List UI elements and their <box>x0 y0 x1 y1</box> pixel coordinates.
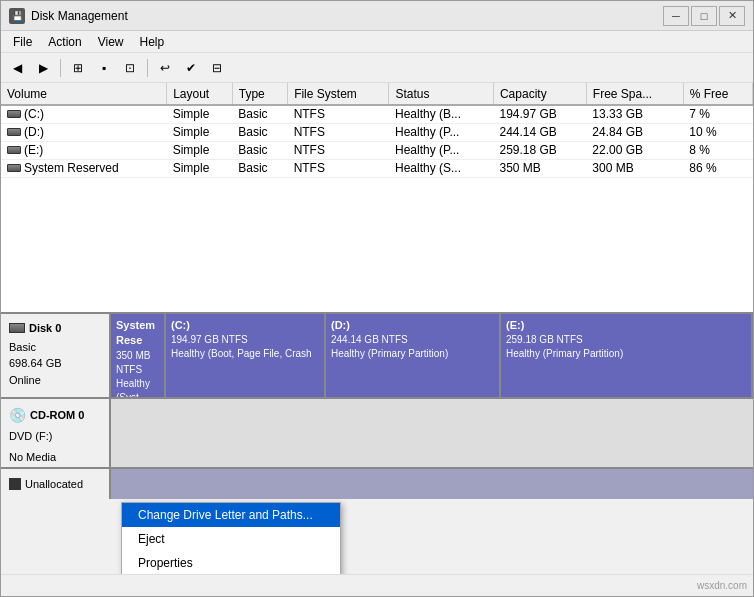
col-free[interactable]: Free Spa... <box>586 83 683 105</box>
unallocated-icon <box>9 478 21 490</box>
cell-capacity: 259.18 GB <box>493 141 586 159</box>
unallocated-text: Unallocated <box>25 478 83 490</box>
cell-layout: Simple <box>167 159 233 177</box>
disk-img <box>7 146 21 154</box>
col-status[interactable]: Status <box>389 83 493 105</box>
partition-e-name: (E:) <box>506 318 746 333</box>
disk0-icon <box>9 323 25 333</box>
cdrom0-label: 💿 CD-ROM 0 DVD (F:) No Media <box>1 399 111 467</box>
unallocated-content <box>111 469 753 499</box>
cdrom0-type: DVD (F:) <box>9 428 101 445</box>
unallocated-row: Unallocated <box>1 469 753 499</box>
toolbar-separator-2 <box>147 59 148 77</box>
cell-volume: System Reserved <box>1 159 167 177</box>
cell-percent: 86 % <box>683 159 752 177</box>
toolbar-forward[interactable]: ▶ <box>31 57 55 79</box>
cdrom0-row: 💿 CD-ROM 0 DVD (F:) No Media Change Driv… <box>1 399 753 469</box>
table-row[interactable]: (E:) Simple Basic NTFS Healthy (P... 259… <box>1 141 753 159</box>
disk-img <box>7 110 21 118</box>
volume-table-body: (C:) Simple Basic NTFS Healthy (B... 194… <box>1 105 753 177</box>
cell-capacity: 350 MB <box>493 159 586 177</box>
cdrom0-status: No Media <box>9 449 101 466</box>
col-filesystem[interactable]: File System <box>288 83 389 105</box>
close-button[interactable]: ✕ <box>719 6 745 26</box>
toolbar-btn-6[interactable]: ⊟ <box>205 57 229 79</box>
context-menu: Change Drive Letter and Paths... Eject P… <box>121 502 341 574</box>
menu-file[interactable]: File <box>5 33 40 51</box>
context-menu-item-properties[interactable]: Properties <box>122 551 340 574</box>
app-icon: 💾 <box>9 8 25 24</box>
disk0-row: Disk 0 Basic 698.64 GB Online System Res… <box>1 314 753 399</box>
cell-fs: NTFS <box>288 159 389 177</box>
volume-icon-sysres: System Reserved <box>7 161 119 175</box>
menu-view[interactable]: View <box>90 33 132 51</box>
cell-percent: 7 % <box>683 105 752 123</box>
partition-c-name: (C:) <box>171 318 319 333</box>
partition-d[interactable]: (D:) 244.14 GB NTFS Healthy (Primary Par… <box>326 314 501 397</box>
cell-layout: Simple <box>167 105 233 123</box>
cell-free: 24.84 GB <box>586 123 683 141</box>
table-header-row: Volume Layout Type File System Status Ca… <box>1 83 753 105</box>
cdrom0-name: CD-ROM 0 <box>30 407 84 424</box>
toolbar-btn-2[interactable]: ▪ <box>92 57 116 79</box>
minimize-button[interactable]: ─ <box>663 6 689 26</box>
cell-status: Healthy (S... <box>389 159 493 177</box>
col-capacity[interactable]: Capacity <box>493 83 586 105</box>
partition-c-health: Healthy (Boot, Page File, Crash <box>171 347 319 361</box>
disk-map-area[interactable]: Disk 0 Basic 698.64 GB Online System Res… <box>1 314 753 574</box>
cell-layout: Simple <box>167 141 233 159</box>
partition-sysreserved-size: 350 MB NTFS <box>116 349 159 377</box>
cell-capacity: 244.14 GB <box>493 123 586 141</box>
cell-volume: (C:) <box>1 105 167 123</box>
cell-status: Healthy (P... <box>389 141 493 159</box>
toolbar-btn-4[interactable]: ↩ <box>153 57 177 79</box>
context-menu-item-eject[interactable]: Eject <box>122 527 340 551</box>
col-layout[interactable]: Layout <box>167 83 233 105</box>
cell-capacity: 194.97 GB <box>493 105 586 123</box>
disk-management-window: 💾 Disk Management ─ □ ✕ File Action View… <box>0 0 754 597</box>
toolbar-btn-5[interactable]: ✔ <box>179 57 203 79</box>
menu-help[interactable]: Help <box>132 33 173 51</box>
disk0-type: Basic <box>9 339 101 356</box>
toolbar-btn-3[interactable]: ⊡ <box>118 57 142 79</box>
partition-d-name: (D:) <box>331 318 494 333</box>
col-volume[interactable]: Volume <box>1 83 167 105</box>
maximize-button[interactable]: □ <box>691 6 717 26</box>
partition-c[interactable]: (C:) 194.97 GB NTFS Healthy (Boot, Page … <box>166 314 326 397</box>
cdrom0-content[interactable] <box>111 399 753 467</box>
context-menu-item-changeletter[interactable]: Change Drive Letter and Paths... <box>122 503 340 527</box>
disk0-size: 698.64 GB <box>9 355 101 372</box>
title-bar: 💾 Disk Management ─ □ ✕ <box>1 1 753 31</box>
col-percent[interactable]: % Free <box>683 83 752 105</box>
volume-icon-c: (C:) <box>7 107 44 121</box>
cell-type: Basic <box>232 141 287 159</box>
table-row[interactable]: (D:) Simple Basic NTFS Healthy (P... 244… <box>1 123 753 141</box>
menu-bar: File Action View Help <box>1 31 753 53</box>
table-row[interactable]: System Reserved Simple Basic NTFS Health… <box>1 159 753 177</box>
cell-percent: 10 % <box>683 123 752 141</box>
status-bar: wsxdn.com <box>1 574 753 596</box>
table-row[interactable]: (C:) Simple Basic NTFS Healthy (B... 194… <box>1 105 753 123</box>
cell-percent: 8 % <box>683 141 752 159</box>
toolbar: ◀ ▶ ⊞ ▪ ⊡ ↩ ✔ ⊟ <box>1 53 753 83</box>
disk0-label: Disk 0 Basic 698.64 GB Online <box>1 314 111 397</box>
partition-sysreserved-health: Healthy (Syst <box>116 377 159 397</box>
cell-type: Basic <box>232 123 287 141</box>
partition-e[interactable]: (E:) 259.18 GB NTFS Healthy (Primary Par… <box>501 314 753 397</box>
col-type[interactable]: Type <box>232 83 287 105</box>
menu-action[interactable]: Action <box>40 33 89 51</box>
cell-free: 300 MB <box>586 159 683 177</box>
volume-icon-e: (E:) <box>7 143 43 157</box>
window-title: Disk Management <box>31 9 663 23</box>
cdrom-icon: 💿 <box>9 405 26 426</box>
toolbar-back[interactable]: ◀ <box>5 57 29 79</box>
partition-sysreserved-name: System Rese <box>116 318 159 349</box>
disk0-name: Disk 0 <box>29 320 61 337</box>
toolbar-btn-1[interactable]: ⊞ <box>66 57 90 79</box>
volume-icon-d: (D:) <box>7 125 44 139</box>
disk0-status: Online <box>9 372 101 389</box>
disk0-partitions: System Rese 350 MB NTFS Healthy (Syst (C… <box>111 314 753 397</box>
partition-sysreserved[interactable]: System Rese 350 MB NTFS Healthy (Syst <box>111 314 166 397</box>
unallocated-label: Unallocated <box>1 469 111 499</box>
cell-status: Healthy (P... <box>389 123 493 141</box>
